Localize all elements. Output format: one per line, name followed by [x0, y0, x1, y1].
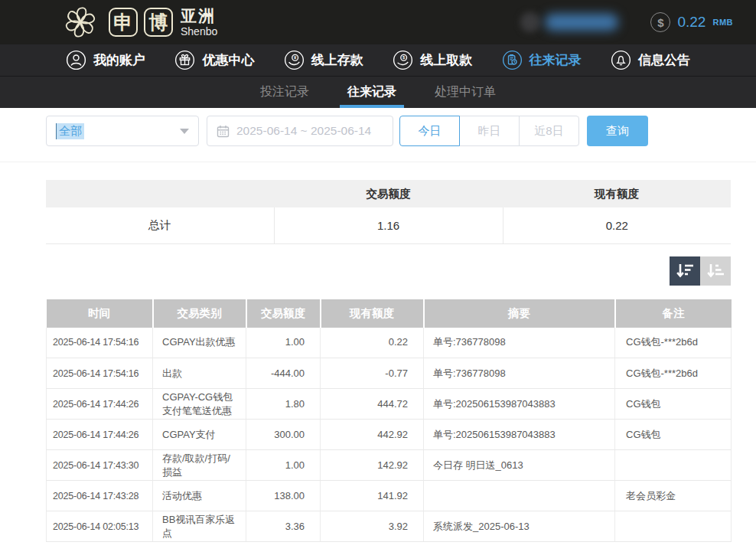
deposit-icon: ¥ — [284, 50, 305, 70]
table-cell: 2025-06-14 17:43:30 — [47, 450, 153, 481]
table-cell: CGPAY-CG钱包支付笔笔送优惠 — [153, 389, 246, 420]
nav-item-deposit[interactable]: ¥ 线上存款 — [284, 50, 363, 70]
table-cell: 2025-06-14 17:54:16 — [47, 358, 153, 389]
dollar-circle-icon: $ — [650, 12, 670, 32]
table-cell: CG钱包-***2b6d — [615, 358, 732, 389]
column-header: 时间 — [47, 299, 153, 328]
table-cell: 单号:736778098 — [424, 328, 615, 358]
table-cell: 1.00 — [246, 328, 321, 358]
table-cell: 活动优惠 — [153, 481, 246, 511]
username-redacted[interactable] — [520, 12, 618, 32]
table-row: 2025-06-14 17:43:30存款/取款/打码/损益1.00142.92… — [47, 450, 732, 481]
table-cell: CGPAY出款优惠 — [153, 328, 246, 358]
nav-item-withdraw[interactable]: $ 线上取款 — [393, 50, 472, 70]
svg-text:$: $ — [402, 55, 406, 60]
table-cell: 系统派发_2025-06-13 — [424, 511, 615, 542]
nav-item-records[interactable]: 往来记录 — [502, 50, 582, 70]
table-cell: CG钱包 — [615, 420, 732, 450]
table-cell: 出款 — [153, 358, 246, 389]
nav-label: 信息公告 — [638, 51, 690, 69]
sort-ascending-button[interactable] — [700, 256, 731, 286]
last8days-button[interactable]: 近8日 — [519, 116, 579, 146]
sub-nav: 投注记录 往来记录 处理中订单 — [0, 77, 756, 108]
table-row: 2025-06-14 02:05:13BB视讯百家乐返点3.363.92系统派发… — [47, 511, 732, 542]
summary-table: 交易额度现有额度 总计1.160.22 — [46, 180, 731, 244]
table-cell: 3.36 — [246, 511, 321, 542]
sort-desc-icon — [676, 263, 694, 279]
table-cell: 单号:202506153987043883 — [424, 389, 615, 420]
search-button[interactable]: 查询 — [587, 116, 648, 146]
records-table: 时间交易类别交易额度现有额度摘要备注 2025-06-14 17:54:16CG… — [46, 299, 732, 543]
table-row: 2025-06-14 17:44:26CGPAY支付300.00442.92单号… — [47, 420, 732, 450]
sort-descending-button[interactable] — [670, 256, 700, 286]
column-header: 交易额度 — [246, 299, 321, 328]
nav-label: 线上存款 — [311, 51, 363, 69]
logo-char-box: 博 — [144, 8, 173, 37]
logo-subtitle: Shenbo — [181, 26, 217, 37]
column-header: 现有额度 — [321, 299, 424, 328]
table-cell: 142.92 — [321, 450, 424, 481]
avatar — [520, 12, 540, 32]
table-row: 总计1.160.22 — [46, 207, 731, 243]
table-cell: -444.00 — [246, 358, 321, 389]
table-cell: CG钱包-***2b6d — [615, 328, 732, 358]
table-cell: CG钱包 — [615, 389, 732, 420]
column-header: 摘要 — [424, 299, 615, 328]
chevron-down-icon — [180, 129, 189, 134]
table-cell — [424, 481, 615, 511]
calendar-icon — [217, 125, 230, 138]
balance-amount: 0.22 — [677, 14, 705, 31]
brand-logo: 申 博 亚洲 Shenbo — [58, 2, 217, 42]
table-cell: 2025-06-14 17:44:26 — [47, 389, 153, 420]
date-range-value: 2025-06-14 ~ 2025-06-14 — [236, 124, 371, 138]
nav-item-my-account[interactable]: 我的账户 — [66, 50, 145, 70]
top-header: 申 博 亚洲 Shenbo $ 0.22 RMB — [0, 0, 756, 44]
table-cell: 今日存 明日送_0613 — [424, 450, 615, 481]
nav-label: 优惠中心 — [202, 51, 254, 69]
table-cell — [615, 450, 732, 481]
nav-item-announcements[interactable]: 信息公告 — [611, 50, 690, 70]
filter-bar: 全部 2025-06-14 ~ 2025-06-14 今日 昨日 近8日 查询 — [46, 116, 731, 146]
table-row: 2025-06-14 17:54:16CGPAY出款优惠1.000.22单号:7… — [47, 328, 732, 358]
table-cell — [615, 511, 732, 542]
yesterday-button[interactable]: 昨日 — [459, 116, 520, 146]
type-select[interactable]: 全部 — [46, 116, 199, 146]
quick-date-group: 今日 昨日 近8日 — [399, 116, 579, 146]
tab-betting-records[interactable]: 投注记录 — [259, 77, 311, 108]
table-cell: 2025-06-14 17:54:16 — [47, 328, 153, 358]
table-cell: 1.80 — [246, 389, 321, 420]
divider — [0, 162, 756, 162]
nav-item-promotions[interactable]: 优惠中心 — [174, 50, 254, 70]
balance-currency: RMB — [712, 18, 733, 27]
logo-region: 亚洲 — [181, 8, 217, 24]
summary-header-row: 交易额度现有额度 — [46, 180, 731, 207]
bell-icon — [611, 50, 631, 70]
table-cell: 0.22 — [503, 207, 731, 243]
table-cell: 单号:736778098 — [424, 358, 615, 389]
tab-transaction-records[interactable]: 往来记录 — [346, 77, 398, 108]
tab-pending-orders[interactable]: 处理中订单 — [433, 77, 497, 108]
column-header: 交易额度 — [274, 180, 503, 207]
wallet-balance[interactable]: $ 0.22 RMB — [650, 12, 733, 32]
column-header: 备注 — [615, 299, 732, 328]
column-header — [46, 180, 274, 207]
today-button[interactable]: 今日 — [399, 116, 460, 146]
sort-asc-icon — [706, 263, 725, 279]
svg-text:¥: ¥ — [294, 55, 297, 60]
logo-char-box: 申 — [109, 8, 138, 37]
date-range-input[interactable]: 2025-06-14 ~ 2025-06-14 — [207, 116, 393, 146]
table-cell: 300.00 — [246, 420, 321, 450]
table-cell: 存款/取款/打码/损益 — [153, 450, 246, 481]
table-cell: 老会员彩金 — [615, 481, 732, 511]
user-icon — [66, 50, 86, 70]
table-cell: 442.92 — [321, 420, 424, 450]
table-row: 2025-06-14 17:54:16出款-444.00-0.77单号:7367… — [47, 358, 732, 389]
table-cell: 141.92 — [321, 481, 424, 511]
main-nav: 我的账户 优惠中心 ¥ 线上存款 $ 线上取款 — [0, 44, 756, 77]
logo-text: 亚洲 Shenbo — [181, 8, 217, 37]
table-cell: 2025-06-14 17:43:28 — [47, 481, 153, 511]
nav-label: 往来记录 — [530, 51, 582, 69]
column-header: 现有额度 — [503, 180, 731, 207]
table-cell: -0.77 — [321, 358, 424, 389]
table-cell: 3.92 — [321, 511, 424, 542]
